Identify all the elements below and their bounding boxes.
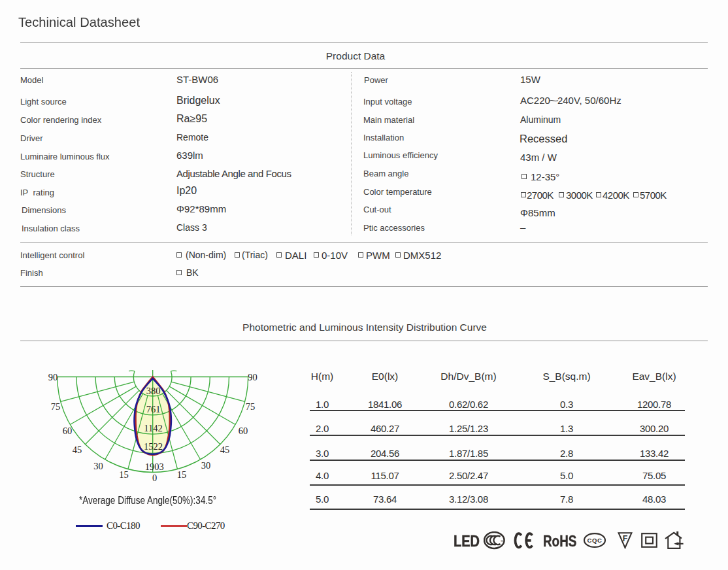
- svg-text:90: 90: [48, 372, 58, 382]
- svg-text:15: 15: [177, 469, 187, 480]
- svg-text:45: 45: [73, 444, 82, 455]
- svg-text:30: 30: [93, 461, 103, 471]
- svg-text:SM: SM: [501, 540, 504, 543]
- svg-text:1903: 1903: [145, 461, 164, 472]
- svg-text:CQC: CQC: [587, 537, 603, 544]
- svg-text:60: 60: [63, 426, 73, 436]
- svg-text:F: F: [623, 534, 628, 543]
- svg-text:1142: 1142: [144, 423, 162, 433]
- svg-text:90: 90: [248, 372, 257, 382]
- svg-text:75: 75: [246, 401, 256, 412]
- svg-text:761: 761: [146, 404, 161, 414]
- svg-text:60: 60: [239, 426, 248, 436]
- svg-text:30: 30: [201, 460, 211, 471]
- svg-text:0: 0: [152, 473, 157, 483]
- svg-text:15: 15: [119, 469, 129, 480]
- svg-text:1522: 1522: [144, 441, 163, 452]
- svg-text:380: 380: [146, 386, 161, 396]
- svg-text:75: 75: [51, 401, 61, 412]
- svg-text:45: 45: [220, 444, 230, 455]
